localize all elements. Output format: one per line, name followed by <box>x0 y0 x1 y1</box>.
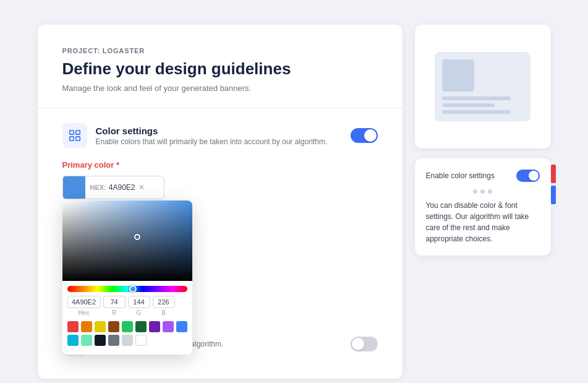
dot-1 <box>473 189 477 194</box>
banner-line-3 <box>442 110 511 114</box>
color-swatch-2[interactable] <box>95 321 106 332</box>
color-swatch-14[interactable] <box>135 335 147 346</box>
hex-field[interactable] <box>67 296 101 308</box>
svg-rect-2 <box>69 137 73 140</box>
color-swatch-3[interactable] <box>108 321 119 332</box>
hex-input-group: Hex <box>67 296 101 316</box>
svg-rect-0 <box>69 131 73 134</box>
banner-header-row <box>442 59 523 92</box>
toggle-knob <box>364 129 377 142</box>
color-settings-title: Color settings <box>96 126 342 136</box>
hex-value: 4A90E2 <box>109 183 135 192</box>
picker-swatches <box>62 316 192 346</box>
color-swatch-4[interactable] <box>122 321 133 332</box>
hex-input-wrap: HEX: 4A90E2 ✕ <box>85 183 150 192</box>
preview-card <box>415 25 551 148</box>
g-field[interactable] <box>128 296 150 308</box>
hex-label: HEX: <box>90 184 106 191</box>
b-field[interactable] <box>153 296 175 308</box>
color-swatch-5[interactable] <box>135 321 147 332</box>
r-input-group: R <box>103 296 126 316</box>
info-enable-label: Enable color settings <box>426 171 495 180</box>
banner-triangle <box>442 77 457 89</box>
r-field-label: R <box>112 309 116 316</box>
color-bar-blue <box>551 186 556 204</box>
banner-lines <box>442 97 523 114</box>
g-input-group: G <box>128 296 150 316</box>
info-card-header: Enable color settings <box>426 170 540 182</box>
page-title: Define your design guidelines <box>62 59 378 79</box>
svg-rect-1 <box>75 131 79 134</box>
color-bar-red <box>551 165 556 183</box>
picker-inputs: Hex R G B <box>62 292 192 316</box>
hex-field-label: Hex <box>79 309 90 316</box>
section-divider <box>38 108 403 108</box>
color-swatch-10[interactable] <box>81 335 92 346</box>
picker-rainbow-slider[interactable] <box>67 286 187 292</box>
color-settings-row: Color settings Enable colors that will p… <box>62 123 378 148</box>
b-field-label: B <box>161 309 166 316</box>
banner-image-rect <box>442 59 474 92</box>
color-swatch-1[interactable] <box>81 321 92 332</box>
page-subtitle: Manage the look and feel of your generat… <box>62 84 378 93</box>
banner-line-2 <box>442 103 495 107</box>
main-card: PROJECT: LOGASTER Define your design gui… <box>38 25 403 379</box>
color-swatch-9[interactable] <box>67 335 79 346</box>
svg-rect-3 <box>75 137 79 140</box>
dots-row <box>426 189 540 194</box>
color-swatch-6[interactable] <box>149 321 160 332</box>
color-settings-info: Color settings Enable colors that will p… <box>96 126 342 146</box>
hex-clear-button[interactable]: ✕ <box>138 183 145 192</box>
color-settings-icon <box>62 123 87 148</box>
b-input-group: B <box>153 296 175 316</box>
banner-circle <box>442 62 454 74</box>
dot-3 <box>488 189 492 194</box>
info-toggle[interactable] <box>516 170 540 182</box>
color-input-row[interactable]: HEX: 4A90E2 ✕ <box>62 176 164 199</box>
info-toggle-knob <box>529 171 539 181</box>
picker-cursor[interactable] <box>134 234 140 240</box>
r-field[interactable] <box>103 296 126 308</box>
color-swatch[interactable] <box>63 176 85 199</box>
color-picker-popup: Hex R G B <box>62 200 192 355</box>
color-settings-desc: Enable colors that will primarily be tak… <box>96 137 342 146</box>
banner-mockup <box>435 52 530 121</box>
picker-gradient[interactable] <box>62 200 192 281</box>
project-label: PROJECT: LOGASTER <box>62 47 378 54</box>
color-swatch-11[interactable] <box>95 335 106 346</box>
picker-rainbow-thumb <box>129 285 137 293</box>
primary-color-label: Primary color * <box>62 160 378 170</box>
color-swatch-7[interactable] <box>163 321 174 332</box>
color-swatch-0[interactable] <box>67 321 79 332</box>
dot-2 <box>480 189 485 194</box>
color-swatch-13[interactable] <box>122 335 133 346</box>
color-bars <box>551 165 556 204</box>
info-description: You can disable color & font settings. O… <box>426 200 540 244</box>
right-panel: Enable color settings You can disable co… <box>415 25 551 256</box>
color-swatch-12[interactable] <box>108 335 119 346</box>
g-field-label: G <box>137 309 142 316</box>
info-card: Enable color settings You can disable co… <box>415 158 551 256</box>
banner-shapes <box>442 62 474 89</box>
color-settings-toggle[interactable] <box>351 128 378 143</box>
color-swatch-8[interactable] <box>176 321 187 332</box>
secondary-toggle[interactable] <box>351 337 378 351</box>
banner-line-1 <box>442 97 511 100</box>
secondary-toggle-knob <box>352 338 364 350</box>
required-asterisk: * <box>116 160 119 170</box>
